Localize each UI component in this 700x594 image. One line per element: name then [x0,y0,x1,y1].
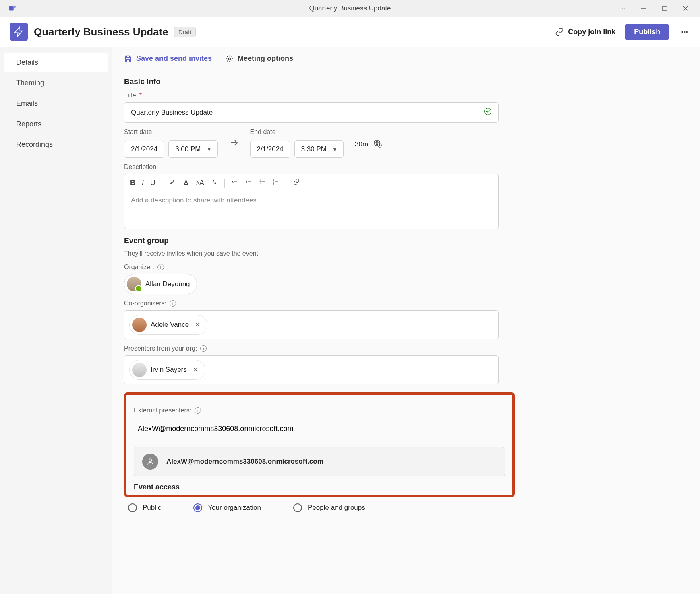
copy-link-label: Copy join link [568,28,615,36]
copy-join-link-button[interactable]: Copy join link [555,27,615,36]
radio-icon [293,503,302,512]
font-size-icon[interactable]: AA [196,179,204,187]
start-date-picker[interactable]: 2/1/2024 [124,141,164,158]
remove-icon[interactable]: ✕ [193,365,199,374]
titlebar: Quarterly Business Update ··· [0,0,700,17]
organizer-name: Allan Deyoung [145,280,190,288]
event-group-hint: They'll receive invites when you save th… [124,250,607,257]
sidebar: Details Theming Emails Reports Recording… [0,47,112,594]
info-icon[interactable]: i [170,300,176,307]
clear-format-icon[interactable] [211,178,218,188]
description-editor: B I U AA 123 Add a description to [124,174,499,229]
chevron-down-icon: ▾ [207,145,211,153]
external-presenters-label: External presenters: i [134,407,505,414]
start-date-label: Start date [124,128,218,136]
coorganizer-chip: Adele Vance ✕ [129,315,207,335]
description-label: Description [124,163,607,171]
timezone-icon[interactable] [373,139,382,150]
suggestion-item[interactable]: AlexW@moderncomms330608.onmicrosoft.com [134,447,505,476]
radio-icon [193,503,202,512]
checkmark-icon [484,107,492,118]
organizer-chip: Allan Deyoung [124,274,197,294]
external-presenters-highlight: External presenters: i AlexW@moderncomms… [124,392,515,497]
meeting-options-label: Meeting options [238,54,293,63]
close-icon[interactable] [681,4,690,13]
info-icon[interactable]: i [157,264,164,270]
highlight-icon[interactable] [169,178,176,188]
arrow-right-icon [229,138,239,148]
end-date-picker[interactable]: 2/1/2024 [250,141,290,158]
radio-your-organization[interactable]: Your organization [193,503,261,512]
radio-label: Your organization [208,504,261,512]
indent-icon[interactable] [245,178,252,188]
event-group-heading: Event group [124,236,607,245]
svg-point-13 [260,183,261,184]
chevron-down-icon: ▾ [333,145,337,153]
coorganizers-input[interactable]: Adele Vance ✕ [124,310,499,339]
bold-icon[interactable]: B [130,179,135,187]
event-icon [10,23,28,41]
svg-point-6 [229,58,231,60]
separator [286,179,286,188]
link-icon[interactable] [293,178,300,188]
organizer-label: Organizer: i [124,264,607,271]
description-textarea[interactable]: Add a description to share with attendee… [124,192,498,229]
title-input[interactable]: Quarterly Business Update [124,102,499,123]
text-color-icon[interactable] [182,178,190,188]
svg-point-17 [149,459,152,462]
italic-icon[interactable]: I [142,179,144,187]
presenter-name: Irvin Sayers [151,366,187,374]
external-presenters-input[interactable] [134,417,505,439]
svg-text:3: 3 [273,183,275,185]
presenter-chip: Irvin Sayers ✕ [129,360,205,380]
remove-icon[interactable]: ✕ [195,320,201,329]
numbered-list-icon[interactable]: 123 [272,178,280,188]
titlebar-more-icon[interactable]: ··· [618,4,628,13]
page-header: Quarterly Business Update Draft Copy joi… [0,17,700,47]
info-icon[interactable]: i [195,407,201,414]
avatar [132,318,147,332]
outdent-icon[interactable] [231,178,238,188]
window-title: Quarterly Business Update [309,4,391,12]
radio-people-groups[interactable]: People and groups [293,503,365,512]
sidebar-item-reports[interactable]: Reports [4,114,108,134]
svg-rect-10 [184,184,188,185]
sidebar-item-emails[interactable]: Emails [4,94,108,113]
header-more-icon[interactable]: ··· [679,27,690,37]
sidebar-item-recordings[interactable]: Recordings [4,135,108,155]
meeting-options-button[interactable]: Meeting options [226,54,293,63]
radio-label: Public [143,504,161,512]
title-value: Quarterly Business Update [131,109,213,117]
end-date-label: End date [250,128,344,136]
link-icon [555,27,564,36]
start-time-picker[interactable]: 3:00 PM ▾ [168,140,217,158]
title-label: Title [124,92,607,99]
avatar [127,277,141,291]
save-icon [124,55,132,63]
action-bar: Save and send invites Meeting options [112,47,700,70]
gear-icon [226,55,234,63]
underline-icon[interactable]: U [150,179,155,187]
svg-rect-3 [663,6,667,11]
separator [162,179,162,188]
presenters-input[interactable]: Irvin Sayers ✕ [124,355,499,384]
suggestion-text: AlexW@moderncomms330608.onmicrosoft.com [166,458,323,466]
svg-point-11 [260,179,261,180]
bullet-list-icon[interactable] [259,178,266,188]
separator [224,179,225,188]
svg-rect-0 [9,6,14,11]
maximize-icon[interactable] [660,4,669,13]
sidebar-item-theming[interactable]: Theming [4,73,108,93]
publish-button[interactable]: Publish [625,24,669,40]
sidebar-item-details[interactable]: Details [4,53,108,72]
radio-icon [128,503,137,512]
page-title: Quarterly Business Update [34,26,168,38]
event-access-heading: Event access [134,483,505,491]
minimize-icon[interactable] [639,4,648,13]
info-icon[interactable]: i [200,345,207,352]
radio-label: People and groups [308,504,365,512]
radio-public[interactable]: Public [128,503,161,512]
duration-text: 30m [355,140,368,148]
save-send-invites-button[interactable]: Save and send invites [124,54,212,63]
end-time-picker[interactable]: 3:30 PM ▾ [294,140,344,158]
